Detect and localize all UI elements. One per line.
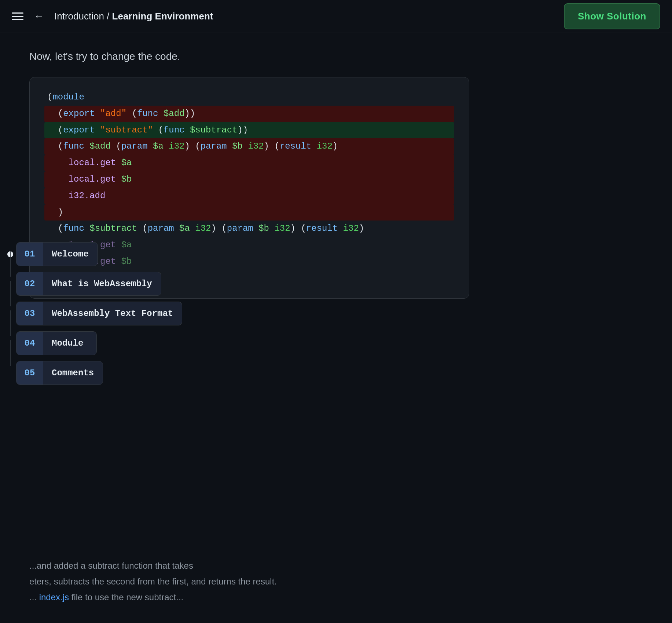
code-line-5: local.get $a xyxy=(44,155,454,171)
nav-label-comments: Comments xyxy=(43,361,103,385)
hamburger-menu-button[interactable] xyxy=(12,12,23,20)
nav-button-webassembly[interactable]: 02 What is WebAssembly xyxy=(16,272,161,296)
code-line-2: (export "add" (func $add)) xyxy=(44,106,454,122)
breadcrumb-current: Learning Environment xyxy=(112,11,213,22)
nav-item-welcome: 01 Welcome xyxy=(7,242,182,266)
nav-number-02: 02 xyxy=(16,272,43,295)
breadcrumb: Introduction / Learning Environment xyxy=(54,11,213,22)
nav-number-01: 01 xyxy=(16,243,43,266)
nav-number-05: 05 xyxy=(16,361,43,385)
nav-button-text-format[interactable]: 03 WebAssembly Text Format xyxy=(16,302,182,325)
nav-button-comments[interactable]: 05 Comments xyxy=(16,361,103,385)
nav-button-welcome[interactable]: 01 Welcome xyxy=(16,242,98,266)
nav-item-text-format: 03 WebAssembly Text Format xyxy=(7,302,182,325)
nav-item-comments: 05 Comments xyxy=(7,361,182,385)
nav-item-module: 04 Module xyxy=(7,331,182,355)
nav-label-welcome: Welcome xyxy=(43,243,98,266)
nav-label-text-format: WebAssembly Text Format xyxy=(43,302,182,325)
code-line-6: local.get $b xyxy=(44,171,454,188)
sidebar-navigation: 01 Welcome 02 What is WebAssembly 03 Web… xyxy=(0,242,182,385)
code-line-9: (func $subtract (param $a i32) (param $b… xyxy=(44,221,454,237)
nav-label-webassembly: What is WebAssembly xyxy=(43,272,161,295)
bottom-index-link: index.js xyxy=(39,592,69,602)
breadcrumb-prefix: Introduction / xyxy=(54,11,112,22)
nav-indicator-05 xyxy=(7,370,13,376)
bottom-description: ...and added a subtract function that ta… xyxy=(29,558,672,623)
intro-text: Now, let's try to change the code. xyxy=(29,51,643,62)
bottom-line-3: ... index.js file to use the new subtrac… xyxy=(29,589,672,605)
nav-number-04: 04 xyxy=(16,332,43,355)
nav-item-webassembly: 02 What is WebAssembly xyxy=(7,272,182,296)
nav-button-module[interactable]: 04 Module xyxy=(16,331,97,355)
header-left: ← Introduction / Learning Environment xyxy=(12,11,213,22)
back-button[interactable]: ← xyxy=(34,11,44,22)
bottom-line-1: ...and added a subtract function that ta… xyxy=(29,558,672,573)
header: ← Introduction / Learning Environment Sh… xyxy=(0,0,672,33)
nav-label-module: Module xyxy=(43,332,92,355)
code-line-7: i32.add xyxy=(44,188,454,204)
code-line-1: (module xyxy=(44,89,454,106)
show-solution-button[interactable]: Show Solution xyxy=(564,3,660,29)
bottom-line-2: eters, subtracts the second from the fir… xyxy=(29,573,672,589)
code-line-8: ) xyxy=(44,204,454,221)
nav-number-03: 03 xyxy=(16,302,43,325)
code-line-3: (export "subtract" (func $subtract)) xyxy=(44,122,454,139)
code-line-4: (func $add (param $a i32) (param $b i32)… xyxy=(44,138,454,155)
